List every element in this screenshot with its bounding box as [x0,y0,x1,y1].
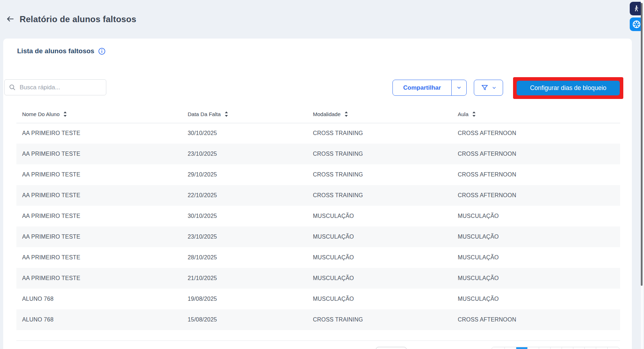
column-header-modalidade[interactable]: Modalidade [307,106,452,123]
cell-nome-do-aluno: AA PRIMEIRO TESTE [16,268,182,289]
pagination-cell[interactable] [608,347,619,349]
column-label: Nome Do Aluno [22,111,60,117]
cell-nome-do-aluno: AA PRIMEIRO TESTE [16,185,182,206]
filter-button[interactable] [474,80,503,96]
cell-nome-do-aluno: AA PRIMEIRO TESTE [16,247,182,268]
table-row[interactable]: AA PRIMEIRO TESTE 30/10/2025 CROSS TRAIN… [16,123,620,144]
cell-data-da-falta: 19/08/2025 [182,289,307,309]
column-label: Modalidade [313,111,341,117]
table-row[interactable]: AA PRIMEIRO TESTE 29/10/2025 CROSS TRAIN… [16,164,620,185]
sort-icon [224,111,228,117]
cell-aula: MUSCULAÇÃO [452,206,620,226]
cell-aula: CROSS AFTERNOON [452,123,620,144]
cell-data-da-falta: 28/10/2025 [182,247,307,268]
pagination-cell[interactable] [596,347,608,349]
sort-icon [344,111,348,117]
search-icon [9,84,16,91]
cell-data-da-falta: 30/10/2025 [182,206,307,226]
cell-nome-do-aluno: AA PRIMEIRO TESTE [16,123,182,144]
pagination-cell[interactable] [505,347,516,349]
search-box [4,79,106,95]
pagination-cell-active[interactable] [516,347,528,349]
pagination-cell[interactable] [528,347,539,349]
cell-data-da-falta: 21/10/2025 [182,268,307,289]
info-icon[interactable] [98,48,106,55]
cell-nome-do-aluno: AA PRIMEIRO TESTE [16,164,182,185]
cell-modalidade: CROSS TRAINING [307,185,452,206]
table-row[interactable]: ALUNO 768 15/08/2025 CROSS TRAINING CROS… [16,309,620,330]
search-input[interactable] [19,84,102,91]
pagination-cell[interactable] [492,347,505,349]
share-button[interactable]: Compartilhar [393,80,451,95]
column-label: Data Da Falta [188,111,221,117]
cell-aula: MUSCULAÇÃO [452,289,620,309]
share-dropdown-button[interactable] [451,80,466,95]
cell-aula: CROSS AFTERNOON [452,164,620,185]
scrollbar-thumb[interactable] [641,3,643,286]
cell-modalidade: CROSS TRAINING [307,144,452,164]
column-label: Aula [458,111,468,117]
pagination [492,347,619,349]
pagination-cell[interactable] [551,347,562,349]
chevron-down-icon [492,85,497,90]
table-header-row: Nome Do Aluno Data Da Falta [16,106,620,123]
cell-aula: MUSCULAÇÃO [452,268,620,289]
cell-data-da-falta: 22/10/2025 [182,185,307,206]
cell-modalidade: CROSS TRAINING [307,309,452,330]
table-row[interactable]: AA PRIMEIRO TESTE 23/10/2025 CROSS TRAIN… [16,144,620,164]
back-arrow-icon [6,15,15,24]
pagination-cell[interactable] [573,347,585,349]
table-row[interactable]: AA PRIMEIRO TESTE 23/10/2025 MUSCULAÇÃO … [16,226,620,247]
cell-aula: MUSCULAÇÃO [452,226,620,247]
column-header-data-da-falta[interactable]: Data Da Falta [182,106,307,123]
chat-swirl-icon [632,20,641,29]
configure-block-days-button[interactable]: Configurar dias de bloqueio [517,81,620,95]
cell-modalidade: MUSCULAÇÃO [307,268,452,289]
accessibility-person-icon [633,5,640,13]
cell-modalidade: MUSCULAÇÃO [307,247,452,268]
cell-data-da-falta: 23/10/2025 [182,226,307,247]
cell-aula: CROSS AFTERNOON [452,309,620,330]
table-row[interactable]: ALUNO 768 19/08/2025 MUSCULAÇÃO MUSCULAÇ… [16,289,620,309]
absent-students-table: Nome Do Aluno Data Da Falta [16,106,620,330]
table-row[interactable]: AA PRIMEIRO TESTE 28/10/2025 MUSCULAÇÃO … [16,247,620,268]
page-header: Relatório de alunos faltosos [6,14,136,24]
cell-nome-do-aluno: AA PRIMEIRO TESTE [16,206,182,226]
pagination-cell[interactable] [562,347,573,349]
chevron-down-icon [456,85,462,90]
cell-modalidade: MUSCULAÇÃO [307,226,452,247]
cell-aula: CROSS AFTERNOON [452,144,620,164]
scrollbar-track[interactable] [641,0,643,349]
report-card: Lista de alunos faltosos Compartilhar [3,39,632,349]
card-title-row: Lista de alunos faltosos [17,47,106,55]
cell-modalidade: CROSS TRAINING [307,164,452,185]
pagination-cell[interactable] [539,347,551,349]
pagination-cell[interactable] [585,347,596,349]
cell-aula: MUSCULAÇÃO [452,247,620,268]
cell-data-da-falta: 15/08/2025 [182,309,307,330]
filter-funnel-icon [481,84,489,92]
card-title: Lista de alunos faltosos [17,47,94,55]
cell-modalidade: MUSCULAÇÃO [307,206,452,226]
cell-data-da-falta: 30/10/2025 [182,123,307,144]
share-button-group: Compartilhar [392,80,467,96]
cell-aula: CROSS AFTERNOON [452,185,620,206]
table-bottom-divider [16,340,620,341]
cell-nome-do-aluno: ALUNO 768 [16,289,182,309]
table-row[interactable]: AA PRIMEIRO TESTE 30/10/2025 MUSCULAÇÃO … [16,206,620,226]
column-header-nome-do-aluno[interactable]: Nome Do Aluno [16,106,182,123]
sort-icon [472,111,476,117]
back-button[interactable] [6,15,15,24]
column-header-aula[interactable]: Aula [452,106,620,123]
table-row[interactable]: AA PRIMEIRO TESTE 22/10/2025 CROSS TRAIN… [16,185,620,206]
cell-nome-do-aluno: ALUNO 768 [16,309,182,330]
cell-modalidade: MUSCULAÇÃO [307,289,452,309]
sort-icon [63,111,67,117]
cell-data-da-falta: 29/10/2025 [182,164,307,185]
highlight-annotation: Configurar dias de bloqueio [513,77,623,99]
cell-modalidade: CROSS TRAINING [307,123,452,144]
table-row[interactable]: AA PRIMEIRO TESTE 21/10/2025 MUSCULAÇÃO … [16,268,620,289]
page-size-select[interactable] [376,347,407,349]
cell-nome-do-aluno: AA PRIMEIRO TESTE [16,226,182,247]
cell-nome-do-aluno: AA PRIMEIRO TESTE [16,144,182,164]
